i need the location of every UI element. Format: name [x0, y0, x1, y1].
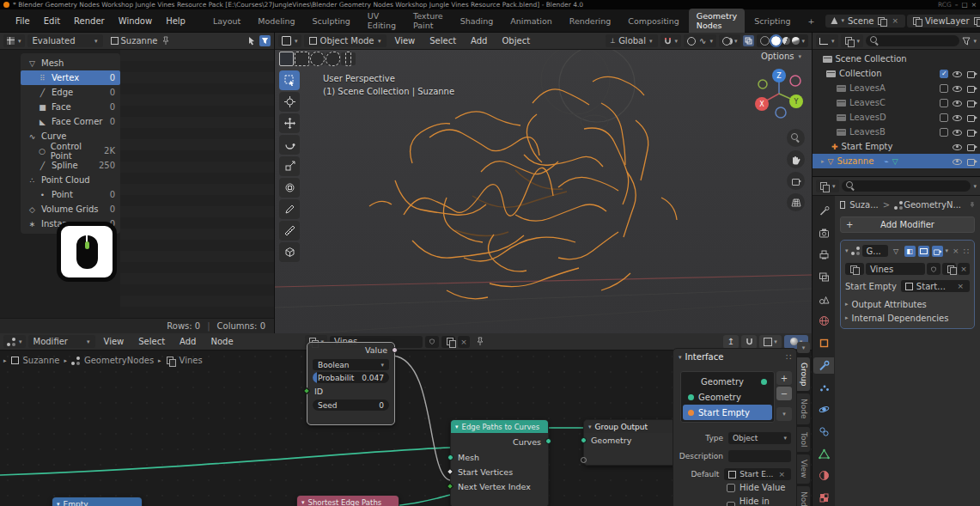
close-button[interactable]: ×	[971, 1, 977, 9]
sidebar-tab-group[interactable]: Group	[797, 357, 810, 391]
camera-icon[interactable]	[966, 83, 977, 93]
tab-shading[interactable]: Shading	[453, 14, 502, 28]
chevron-right-icon[interactable]: ▸	[3, 357, 7, 364]
fake-user-button[interactable]	[927, 263, 940, 275]
outliner-search-input[interactable]	[866, 35, 959, 46]
outliner-row-leavesb[interactable]: LeavesB	[813, 125, 980, 139]
annotate-tool[interactable]	[279, 199, 300, 219]
properties-search-input[interactable]	[842, 180, 971, 192]
dataset-item-point[interactable]: •Point0	[21, 187, 120, 202]
dataset-header-volume-grids[interactable]: ◇Volume Grids0	[21, 202, 120, 216]
checkbox-icon[interactable]	[940, 99, 948, 107]
interface-item-geometry-output[interactable]: Geometry	[683, 374, 772, 389]
section-output-attributes[interactable]: ▸ Output Attributes	[845, 297, 970, 311]
shading-solid-button[interactable]	[771, 36, 781, 46]
tab-modeling[interactable]: Modeling	[250, 14, 302, 28]
eye-icon[interactable]	[953, 83, 962, 93]
sidebar-tab-node[interactable]: Node	[797, 393, 810, 424]
transform-orientation-dropdown[interactable]: ⟂ Global ▾	[606, 34, 658, 47]
tab-object-data[interactable]	[813, 446, 834, 462]
type-dropdown[interactable]: Object▾	[728, 432, 791, 444]
outliner-row-scene-collection[interactable]: ▾ Scene Collection	[813, 52, 980, 66]
dataset-item-edge[interactable]: ╱Edge0	[21, 85, 120, 100]
tab-physics[interactable]	[813, 401, 834, 418]
outliner-row-leavesc[interactable]: LeavesC	[813, 95, 980, 110]
interface-panel-header[interactable]: ▾ Interface ∷	[679, 352, 791, 362]
datasource-dropdown[interactable]: Evaluated ▾	[27, 34, 103, 47]
camera-icon[interactable]	[966, 156, 977, 166]
go-to-parent-button[interactable]: ↥	[723, 335, 739, 349]
eye-icon[interactable]	[953, 98, 962, 107]
collapse-chevron-icon[interactable]: ▾	[845, 247, 849, 254]
copy-icon[interactable]	[973, 16, 980, 26]
sidebar-tab-view[interactable]: View	[797, 454, 810, 483]
camera-icon[interactable]	[966, 98, 977, 107]
tab-world[interactable]	[813, 314, 834, 330]
viewport-3d[interactable]: ▾ Object Mode ▾ View Select Add Object ⟂…	[275, 33, 812, 333]
close-icon[interactable]: ×	[951, 247, 961, 255]
curves-output-socket[interactable]	[545, 438, 551, 444]
checkbox-icon[interactable]	[940, 84, 948, 93]
tab-scripting[interactable]: Scripting	[746, 14, 798, 28]
new-copy-button[interactable]	[441, 336, 455, 348]
camera-icon[interactable]	[966, 69, 977, 78]
tab-view-layer[interactable]	[813, 269, 834, 285]
value-output-socket[interactable]	[392, 347, 398, 353]
render-toggle[interactable]	[932, 246, 943, 257]
eye-icon[interactable]	[953, 127, 962, 137]
default-object-field[interactable]: Start E... ×	[724, 468, 791, 480]
node-header[interactable]: ▾ Shortest Edge Paths	[297, 496, 399, 506]
section-internal-dependencies[interactable]: ▸ Internal Dependencies	[845, 311, 970, 325]
node-header[interactable]: ▾ Edge Paths to Curves	[451, 420, 548, 433]
eye-icon[interactable]	[953, 156, 962, 166]
node-empty-object-info[interactable]: ▾ Empty	[52, 497, 143, 506]
breadcrumb-object[interactable]: Suza...	[849, 200, 879, 210]
extras-chevron-icon[interactable]: ▾	[946, 247, 949, 254]
breadcrumb-modifier[interactable]: GeometryNodes	[84, 356, 154, 365]
xray-toggle[interactable]	[743, 35, 754, 46]
shading-wireframe-button[interactable]	[760, 36, 770, 46]
eye-icon[interactable]	[953, 142, 962, 151]
dataset-item-vertex[interactable]: ⠿Vertex0	[21, 70, 120, 85]
tab-texture-paint[interactable]: Texture Paint	[405, 9, 451, 33]
measure-tool[interactable]	[279, 221, 300, 241]
sidebar-tab-tool[interactable]: Tool	[797, 427, 810, 452]
filter-icon[interactable]	[962, 37, 971, 46]
node-group-output[interactable]: ▾ Group Output Geometry	[583, 419, 679, 466]
menu-edit[interactable]: Edit	[38, 15, 66, 27]
tweak-tool-button[interactable]	[279, 52, 294, 65]
filter-toggle-button[interactable]	[259, 35, 271, 46]
navigation-gizmo[interactable]: Z X Y	[752, 65, 806, 120]
cursor-icon[interactable]	[247, 36, 257, 46]
snap-dropdown[interactable]: ▾	[660, 34, 682, 47]
copy-icon[interactable]	[877, 16, 886, 26]
hide-value-row[interactable]: Hide Value	[727, 483, 785, 492]
tab-layout[interactable]: Layout	[205, 14, 248, 28]
tab-geometry-nodes[interactable]: Geometry Nodes	[689, 9, 745, 33]
tab-constraints[interactable]	[813, 424, 834, 440]
hide-in-modifier-row[interactable]: Hide in Mod...	[727, 497, 796, 506]
pin-icon[interactable]	[970, 200, 975, 210]
maximize-button[interactable]: □	[962, 1, 968, 9]
realtime-toggle[interactable]	[918, 246, 929, 257]
add-modifier-button[interactable]: + Add Modifier	[840, 216, 975, 233]
browse-nodetree-button[interactable]: ▾	[845, 263, 864, 275]
display-mode-button[interactable]: ▾	[841, 34, 864, 47]
unlink-button[interactable]: ×	[458, 336, 470, 348]
menu-add[interactable]: Add	[465, 34, 493, 47]
ortho-toggle-button[interactable]	[787, 193, 805, 211]
menu-add[interactable]: Add	[173, 335, 202, 348]
start-empty-object-field[interactable]: Start... ×	[901, 280, 970, 292]
editor-type-button[interactable]: ▾	[3, 34, 25, 47]
overlays-dropdown[interactable]: ▾	[759, 335, 782, 349]
geometry-input-socket[interactable]	[581, 437, 587, 443]
menu-view[interactable]: View	[389, 34, 422, 47]
pin-icon[interactable]	[476, 337, 484, 346]
breadcrumb-nodetree[interactable]: GeometryN...	[904, 200, 961, 210]
breadcrumb-nodetree[interactable]: Vines	[180, 356, 203, 365]
socket-extras-button[interactable]: ▾	[776, 407, 792, 421]
editor-type-button[interactable]: ▾	[3, 335, 26, 348]
geometry-node-editor[interactable]: ▾ Modifier ▾ View Select Add Node ▾ Vine…	[0, 333, 812, 506]
menu-select[interactable]: Select	[132, 335, 171, 348]
outliner-row-leavesd[interactable]: LeavesD	[813, 110, 980, 125]
